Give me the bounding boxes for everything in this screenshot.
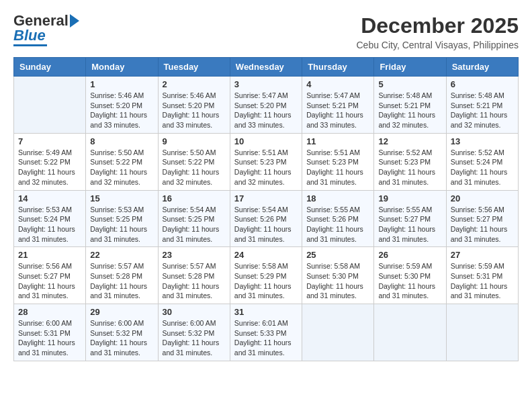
day-number: 25 <box>306 250 369 260</box>
table-row: 18Sunrise: 5:55 AM Sunset: 5:26 PM Dayli… <box>302 190 374 247</box>
day-info: Sunrise: 5:58 AM Sunset: 5:29 PM Dayligh… <box>234 261 298 301</box>
table-row: 28Sunrise: 6:00 AM Sunset: 5:31 PM Dayli… <box>14 304 86 361</box>
table-row: 5Sunrise: 5:48 AM Sunset: 5:21 PM Daylig… <box>374 77 446 134</box>
table-row: 10Sunrise: 5:51 AM Sunset: 5:23 PM Dayli… <box>230 133 302 190</box>
col-wednesday: Wednesday <box>230 58 302 77</box>
day-number: 27 <box>451 250 514 260</box>
logo-blue-text: Blue <box>13 28 46 43</box>
day-info: Sunrise: 5:51 AM Sunset: 5:23 PM Dayligh… <box>234 148 298 187</box>
table-row: 16Sunrise: 5:54 AM Sunset: 5:25 PM Dayli… <box>158 190 230 247</box>
day-number: 31 <box>234 307 298 317</box>
page-header: General Blue December 2025 Cebu City, Ce… <box>13 13 519 50</box>
day-number: 19 <box>378 193 441 203</box>
calendar-week-row: 14Sunrise: 5:53 AM Sunset: 5:24 PM Dayli… <box>14 190 519 247</box>
col-tuesday: Tuesday <box>158 58 230 77</box>
day-info: Sunrise: 5:53 AM Sunset: 5:25 PM Dayligh… <box>90 205 153 244</box>
table-row <box>302 304 374 361</box>
day-number: 5 <box>378 79 441 89</box>
day-number: 9 <box>163 136 226 146</box>
day-info: Sunrise: 5:56 AM Sunset: 5:27 PM Dayligh… <box>18 261 81 301</box>
location-text: Cebu City, Central Visayas, Philippines <box>357 40 519 50</box>
table-row: 22Sunrise: 5:57 AM Sunset: 5:28 PM Dayli… <box>86 247 158 304</box>
table-row: 12Sunrise: 5:52 AM Sunset: 5:23 PM Dayli… <box>374 133 446 190</box>
day-number: 16 <box>163 193 226 203</box>
col-saturday: Saturday <box>446 58 518 77</box>
table-row: 4Sunrise: 5:47 AM Sunset: 5:21 PM Daylig… <box>302 77 374 134</box>
table-row: 11Sunrise: 5:51 AM Sunset: 5:23 PM Dayli… <box>302 133 374 190</box>
day-number: 6 <box>451 79 514 89</box>
day-info: Sunrise: 5:59 AM Sunset: 5:30 PM Dayligh… <box>378 261 441 301</box>
day-number: 29 <box>90 307 153 317</box>
table-row: 25Sunrise: 5:58 AM Sunset: 5:30 PM Dayli… <box>302 247 374 304</box>
table-row: 17Sunrise: 5:54 AM Sunset: 5:26 PM Dayli… <box>230 190 302 247</box>
table-row: 2Sunrise: 5:46 AM Sunset: 5:20 PM Daylig… <box>158 77 230 134</box>
day-info: Sunrise: 5:53 AM Sunset: 5:24 PM Dayligh… <box>18 205 81 244</box>
table-row: 1Sunrise: 5:46 AM Sunset: 5:20 PM Daylig… <box>86 77 158 134</box>
table-row: 14Sunrise: 5:53 AM Sunset: 5:24 PM Dayli… <box>14 190 86 247</box>
table-row: 3Sunrise: 5:47 AM Sunset: 5:20 PM Daylig… <box>230 77 302 134</box>
table-row <box>14 77 86 134</box>
day-number: 20 <box>451 193 514 203</box>
table-row: 29Sunrise: 6:00 AM Sunset: 5:32 PM Dayli… <box>86 304 158 361</box>
day-info: Sunrise: 5:51 AM Sunset: 5:23 PM Dayligh… <box>306 148 369 187</box>
calendar-week-row: 1Sunrise: 5:46 AM Sunset: 5:20 PM Daylig… <box>14 77 519 134</box>
day-info: Sunrise: 6:00 AM Sunset: 5:31 PM Dayligh… <box>18 318 81 358</box>
day-info: Sunrise: 6:01 AM Sunset: 5:33 PM Dayligh… <box>234 318 298 358</box>
table-row: 6Sunrise: 5:48 AM Sunset: 5:21 PM Daylig… <box>446 77 518 134</box>
day-info: Sunrise: 5:57 AM Sunset: 5:28 PM Dayligh… <box>90 261 153 301</box>
logo: General Blue <box>13 13 79 46</box>
day-number: 30 <box>163 307 226 317</box>
table-row: 31Sunrise: 6:01 AM Sunset: 5:33 PM Dayli… <box>230 304 302 361</box>
day-info: Sunrise: 5:48 AM Sunset: 5:21 PM Dayligh… <box>451 91 514 130</box>
day-number: 1 <box>90 79 153 89</box>
day-info: Sunrise: 5:50 AM Sunset: 5:22 PM Dayligh… <box>163 148 226 187</box>
day-info: Sunrise: 5:57 AM Sunset: 5:28 PM Dayligh… <box>163 261 226 301</box>
day-number: 21 <box>18 250 81 260</box>
day-number: 12 <box>378 136 441 146</box>
day-number: 10 <box>234 136 298 146</box>
logo-line <box>13 44 47 46</box>
table-row: 7Sunrise: 5:49 AM Sunset: 5:22 PM Daylig… <box>14 133 86 190</box>
col-friday: Friday <box>374 58 446 77</box>
col-monday: Monday <box>86 58 158 77</box>
day-info: Sunrise: 6:00 AM Sunset: 5:32 PM Dayligh… <box>163 318 226 358</box>
table-row: 30Sunrise: 6:00 AM Sunset: 5:32 PM Dayli… <box>158 304 230 361</box>
day-number: 28 <box>18 307 81 317</box>
day-info: Sunrise: 5:46 AM Sunset: 5:20 PM Dayligh… <box>163 91 226 130</box>
table-row: 8Sunrise: 5:50 AM Sunset: 5:22 PM Daylig… <box>86 133 158 190</box>
day-number: 23 <box>163 250 226 260</box>
day-number: 17 <box>234 193 298 203</box>
table-row <box>446 304 518 361</box>
table-row: 19Sunrise: 5:55 AM Sunset: 5:27 PM Dayli… <box>374 190 446 247</box>
logo-arrow-icon <box>70 14 79 28</box>
day-number: 22 <box>90 250 153 260</box>
calendar-week-row: 7Sunrise: 5:49 AM Sunset: 5:22 PM Daylig… <box>14 133 519 190</box>
day-info: Sunrise: 5:59 AM Sunset: 5:31 PM Dayligh… <box>451 261 514 301</box>
table-row: 9Sunrise: 5:50 AM Sunset: 5:22 PM Daylig… <box>158 133 230 190</box>
day-number: 15 <box>90 193 153 203</box>
day-info: Sunrise: 5:54 AM Sunset: 5:25 PM Dayligh… <box>163 205 226 244</box>
calendar-header-row: Sunday Monday Tuesday Wednesday Thursday… <box>14 58 519 77</box>
logo-text: General <box>13 13 69 28</box>
day-number: 18 <box>306 193 369 203</box>
month-title: December 2025 <box>357 13 519 38</box>
day-info: Sunrise: 5:58 AM Sunset: 5:30 PM Dayligh… <box>306 261 369 301</box>
calendar-table: Sunday Monday Tuesday Wednesday Thursday… <box>13 57 519 361</box>
table-row: 26Sunrise: 5:59 AM Sunset: 5:30 PM Dayli… <box>374 247 446 304</box>
day-number: 14 <box>18 193 81 203</box>
table-row: 13Sunrise: 5:52 AM Sunset: 5:24 PM Dayli… <box>446 133 518 190</box>
table-row: 27Sunrise: 5:59 AM Sunset: 5:31 PM Dayli… <box>446 247 518 304</box>
day-info: Sunrise: 5:50 AM Sunset: 5:22 PM Dayligh… <box>90 148 153 187</box>
day-number: 26 <box>378 250 441 260</box>
day-info: Sunrise: 5:47 AM Sunset: 5:20 PM Dayligh… <box>234 91 298 130</box>
day-info: Sunrise: 5:52 AM Sunset: 5:24 PM Dayligh… <box>451 148 514 187</box>
day-info: Sunrise: 5:48 AM Sunset: 5:21 PM Dayligh… <box>378 91 441 130</box>
table-row: 20Sunrise: 5:56 AM Sunset: 5:27 PM Dayli… <box>446 190 518 247</box>
day-info: Sunrise: 5:54 AM Sunset: 5:26 PM Dayligh… <box>234 205 298 244</box>
day-info: Sunrise: 5:46 AM Sunset: 5:20 PM Dayligh… <box>90 91 153 130</box>
day-number: 8 <box>90 136 153 146</box>
day-info: Sunrise: 6:00 AM Sunset: 5:32 PM Dayligh… <box>90 318 153 358</box>
day-number: 13 <box>451 136 514 146</box>
day-number: 4 <box>306 79 369 89</box>
day-info: Sunrise: 5:47 AM Sunset: 5:21 PM Dayligh… <box>306 91 369 130</box>
